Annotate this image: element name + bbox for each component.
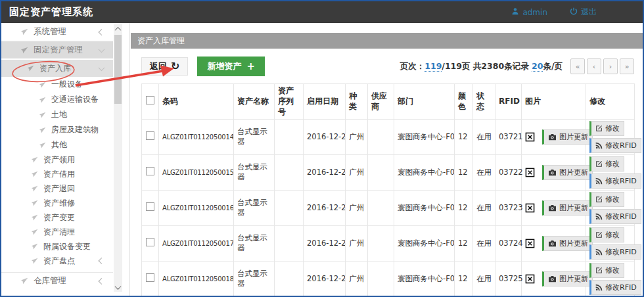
edit-button[interactable]: 修改: [589, 227, 624, 242]
col-category: 种类: [346, 84, 368, 120]
sidebar-item-asset-requisition[interactable]: 资产领用: [1, 152, 113, 167]
col-picture: 图片: [522, 84, 586, 120]
nav-plane-icon: [28, 65, 34, 72]
edit-icon: [595, 160, 603, 168]
edit-button[interactable]: 修改: [589, 156, 624, 171]
sidebar-item-buildings[interactable]: 房屋及建筑物: [1, 122, 113, 137]
edit-rfid-button[interactable]: 修改RFID: [589, 244, 641, 260]
edit-rfid-button[interactable]: 修改RFID: [589, 280, 641, 295]
row-checkbox[interactable]: [146, 131, 154, 140]
perpage-link[interactable]: 20: [532, 61, 543, 72]
sidebar-item-asset-inbound[interactable]: 资产入库: [1, 60, 113, 77]
add-asset-label: 新增资产: [207, 60, 241, 72]
scroll-down-button[interactable]: [114, 283, 122, 292]
prev-page-button[interactable]: ‹: [587, 58, 601, 74]
sidebar-item-warehouse-mgmt[interactable]: 仓库管理: [1, 272, 113, 289]
scrollbar-thumb[interactable]: [114, 35, 122, 104]
cell-color: 12: [455, 154, 473, 190]
row-checkbox[interactable]: [146, 202, 154, 211]
nav-plane-icon: [32, 200, 38, 206]
edit-rfid-button[interactable]: 修改RFID: [589, 173, 641, 189]
edit-label: 修改: [605, 194, 620, 204]
sidebar-item-general-equipment[interactable]: 一般设备: [1, 77, 113, 92]
sidebar-item-asset-cleanup[interactable]: 资产清理: [1, 225, 113, 239]
cell-dept: 寰图商务中心-F08: [394, 225, 455, 261]
cell-dept: 寰图商务中心-F08: [394, 190, 455, 225]
topbar-right: admin 退出: [511, 7, 597, 18]
edit-rfid-label: 修改RFID: [605, 141, 637, 150]
sidebar-item-attached-equipment-change[interactable]: 附属设备变更: [1, 239, 113, 254]
sidebar-item-asset-inventory[interactable]: 资产盘点: [1, 254, 113, 268]
row-checkbox[interactable]: [146, 167, 154, 175]
sidebar-item-label: 资产借用: [43, 169, 75, 180]
sidebar-item-transport-equipment[interactable]: 交通运输设备: [1, 92, 113, 107]
scroll-up-button[interactable]: [114, 24, 122, 34]
table-row: ALGZ01IT0112050017 台式显示器 2016-12-23 广州 寰…: [142, 225, 635, 261]
col-color: 颜色: [455, 84, 473, 120]
nav-plane-icon: [32, 243, 38, 250]
current-page-link[interactable]: 119: [425, 61, 442, 72]
edit-rfid-button[interactable]: 修改RFID: [589, 209, 641, 224]
cell-barcode: ALGZ01IT0112050017: [159, 225, 234, 261]
row-checkbox[interactable]: [146, 238, 154, 246]
sidebar-scrollbar[interactable]: [114, 24, 122, 292]
sidebar-item-label: 房屋及建筑物: [51, 124, 99, 135]
nav-plane-icon: [32, 185, 38, 192]
logout-button[interactable]: 退出: [570, 7, 597, 18]
add-asset-button[interactable]: 新增资产 +: [197, 57, 265, 76]
cell-category: 广州: [346, 190, 368, 225]
sidebar-item-asset-repair[interactable]: 资产维修: [1, 196, 113, 210]
edit-button[interactable]: 修改: [589, 121, 624, 136]
picture-update-button[interactable]: 图片更新: [542, 200, 593, 216]
edit-label: 修改: [605, 230, 620, 240]
cell-status: 在用: [473, 225, 495, 261]
cell-picture: 图片更新: [522, 225, 586, 261]
next-page-button[interactable]: ›: [603, 58, 618, 74]
picture-update-button[interactable]: 图片更新: [542, 236, 593, 251]
picture-update-button[interactable]: 图片更新: [542, 165, 593, 180]
sidebar-item-asset-return[interactable]: 资产退回: [1, 181, 113, 196]
sidebar-item-system-mgmt[interactable]: 系统管理: [1, 23, 113, 41]
edit-button[interactable]: 修改: [589, 192, 624, 207]
sidebar-item-asset-borrow[interactable]: 资产借用: [1, 167, 113, 181]
edit-icon: [595, 231, 603, 239]
chevron-left-icon: [99, 278, 105, 285]
back-button[interactable]: 返回 ↻: [141, 57, 188, 76]
col-rfid: RFID: [495, 84, 522, 120]
toolbar: 返回 ↻ 新增资产 + 页次：119/119页 共2380条记录 20条/页 «…: [131, 49, 643, 81]
cell-asset-name: 台式显示器: [234, 225, 275, 261]
user-menu[interactable]: admin: [511, 7, 547, 17]
edit-rfid-button[interactable]: 修改RFID: [589, 138, 641, 153]
cell-picture: 图片更新: [522, 261, 586, 296]
cell-status: 在用: [473, 154, 495, 190]
nav-plane-icon: [32, 171, 38, 177]
last-page-button[interactable]: »: [620, 58, 634, 74]
panel-title: 资产入库管理: [137, 35, 185, 47]
first-page-button[interactable]: «: [570, 58, 585, 74]
picture-update-button[interactable]: 图片更新: [542, 271, 593, 286]
sidebar-item-land[interactable]: 土地: [1, 107, 113, 122]
back-label: 返回: [150, 60, 167, 72]
edit-label: 修改: [605, 124, 620, 133]
sidebar-item-other[interactable]: 其他: [1, 137, 113, 152]
chevron-down-icon: [99, 46, 105, 53]
select-all-checkbox[interactable]: [146, 96, 154, 104]
cell-supplier: [368, 154, 394, 190]
nav-plane-icon: [32, 229, 38, 235]
nav-plane-icon: [39, 127, 46, 133]
cell-edit: 修改 修改RFID: [586, 261, 635, 296]
cell-status: 在用: [473, 119, 495, 154]
col-edit: 修改: [586, 84, 635, 120]
sidebar-item-asset-change[interactable]: 资产变更: [1, 210, 113, 225]
nav-plane-icon: [39, 81, 46, 88]
cell-edit: 修改 修改RFID: [586, 119, 635, 154]
cell-date: 2016-12-23: [304, 119, 346, 154]
cell-asset-name: 台式显示器: [234, 119, 275, 154]
picture-update-button[interactable]: 图片更新: [542, 129, 593, 145]
cell-category: 广州: [346, 225, 368, 261]
panel-title-bar: 资产入库管理: [131, 33, 643, 49]
row-checkbox[interactable]: [146, 273, 154, 282]
sidebar-item-fixed-asset-mgmt[interactable]: 固定资产管理: [1, 41, 113, 60]
cell-rfid: 03723: [495, 190, 522, 225]
edit-button[interactable]: 修改: [589, 263, 624, 278]
